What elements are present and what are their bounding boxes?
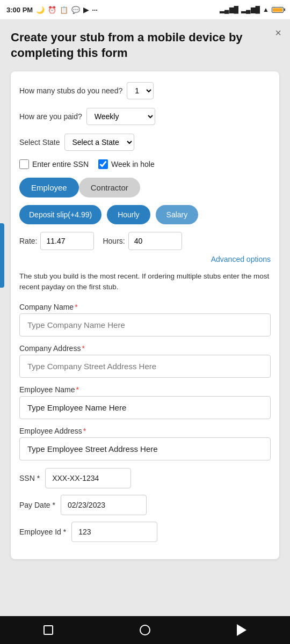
ssn-checkbox[interactable] [19,159,29,169]
square-icon [44,625,53,635]
circle-icon [140,625,150,635]
pay-date-inline-label: Pay Date * [19,501,55,509]
stubs-row: How many stubs do you need? 1 2 3 4 5 [19,82,271,99]
signal1-icon: ▂▄▆█ [220,6,238,13]
alarm-icon: ⏰ [48,6,56,14]
hourly-button[interactable]: Hourly [107,205,150,224]
employee-name-input[interactable] [19,396,271,419]
company-address-input[interactable] [19,355,271,378]
employee-id-inline-label: Employee Id * [19,528,66,536]
signal2-icon: ▂▄▆█ [241,6,260,13]
blue-accent [0,223,4,288]
state-row: Select State Select a State Alabama Alas… [19,134,271,151]
pay-date-input[interactable] [61,495,147,515]
state-label: Select State [19,138,60,147]
paid-row: How are you paid? Weekly Bi-Weekly Semi-… [19,108,271,125]
salary-button[interactable]: Salary [156,205,199,224]
modal-title: Create your stub from a mobile device by… [11,30,279,61]
employee-button[interactable]: Employee [19,178,79,197]
employee-contractor-group: Employee Contractor [19,178,271,197]
pay-options-row: Deposit slip(+4.99) Hourly Salary [19,205,271,224]
circle-nav-button[interactable] [137,623,153,638]
nav-bar [0,616,290,644]
ssn-checkbox-item: Enter entire SSN [19,159,89,169]
rate-hours-row: Rate: Hours: [19,232,271,250]
paid-select[interactable]: Weekly Bi-Weekly Semi-Monthly Monthly [86,108,155,125]
advanced-options-link[interactable]: Advanced options [19,254,271,264]
more-icon: ··· [92,6,98,14]
week-checkbox[interactable] [98,159,108,169]
ssn-inline-label: SSN * [19,474,40,482]
time-display: 3:00 PM [6,6,33,14]
pay-date-field-row: Pay Date * [19,495,271,515]
company-address-section: Company Address* [19,344,271,378]
status-right: ▂▄▆█ ▂▄▆█ ▲ [220,6,284,13]
week-checkbox-label: Week in hole [111,160,155,169]
employee-address-input[interactable] [19,437,271,460]
battery-icon [272,7,284,13]
moon-icon: 🌙 [36,6,45,14]
triangle-icon [237,624,247,636]
company-name-label: Company Name* [19,303,271,311]
notes-icon: 📋 [60,6,68,14]
form-card: How many stubs do you need? 1 2 3 4 5 Ho… [11,71,279,559]
stubs-select[interactable]: 1 2 3 4 5 [127,82,154,99]
rate-label: Rate: [19,237,37,245]
rate-input[interactable] [40,232,94,250]
company-name-section: Company Name* [19,303,271,336]
employee-name-section: Employee Name* [19,385,271,419]
ssn-field-row: SSN * [19,468,271,488]
state-select[interactable]: Select a State Alabama Alaska Arizona Ca… [64,134,134,151]
status-bar: 3:00 PM 🌙 ⏰ 📋 💬 ▶ ··· ▂▄▆█ ▂▄▆█ ▲ [0,0,290,19]
hours-group: Hours: [103,232,182,250]
close-button[interactable]: × [275,27,281,39]
triangle-nav-button[interactable] [234,623,249,638]
stubs-label: How many stubs do you need? [19,86,122,95]
paid-label: How are you paid? [19,112,82,121]
hours-input[interactable] [128,232,182,250]
employee-address-section: Employee Address* [19,427,271,460]
hours-label: Hours: [103,237,125,245]
arrow-icon: ▶ [83,6,89,14]
checkbox-row: Enter entire SSN Week in hole [19,159,271,169]
status-left: 3:00 PM 🌙 ⏰ 📋 💬 ▶ ··· [6,6,98,14]
company-name-input[interactable] [19,313,271,336]
employee-address-label: Employee Address* [19,427,271,435]
employee-name-label: Employee Name* [19,385,271,394]
rate-group: Rate: [19,232,94,250]
advanced-options-anchor[interactable]: Advanced options [211,255,271,264]
contractor-button[interactable]: Contractor [79,178,140,197]
employee-id-field-row: Employee Id * [19,522,271,542]
week-checkbox-item: Week in hole [98,159,155,169]
ssn-checkbox-label: Enter entire SSN [32,160,89,169]
wifi-icon: ▲ [263,6,269,13]
company-address-label: Company Address* [19,344,271,353]
modal-container: × Create your stub from a mobile device … [0,19,290,644]
info-text: The stub you build is the most recent. I… [19,271,271,293]
ssn-input[interactable] [45,468,131,488]
messenger-icon: 💬 [71,6,80,14]
deposit-slip-button[interactable]: Deposit slip(+4.99) [19,205,102,224]
square-nav-button[interactable] [41,623,56,638]
employee-id-input[interactable] [71,522,157,542]
